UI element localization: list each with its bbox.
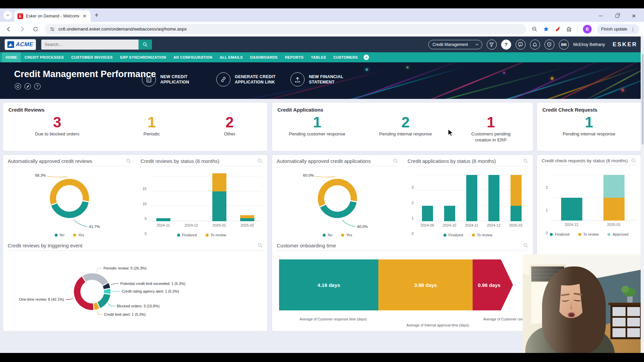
forward-button[interactable]	[18, 25, 26, 33]
new-tab-button[interactable]: +	[95, 11, 99, 19]
legend-item[interactable]: Finalized	[177, 233, 197, 237]
new-financial-statement-button[interactable]: NEW FINANCIAL STATEMENT	[290, 72, 352, 86]
bar-segment[interactable]	[488, 175, 499, 222]
tab-home[interactable]: HOME	[2, 52, 21, 62]
legend-item[interactable]: Finalized	[443, 233, 463, 237]
minimize-icon[interactable]	[599, 16, 603, 16]
legend-item[interactable]: To review	[206, 233, 226, 237]
profile-avatar[interactable]: B	[583, 25, 592, 34]
bar-segment[interactable]	[561, 198, 582, 221]
kpi-stat[interactable]: 2 Pending internal response	[379, 115, 432, 143]
kpi-stat[interactable]: 3 Due to blocked orders	[35, 115, 79, 137]
tab-ar-configuration[interactable]: AR CONFIGURATION	[170, 52, 216, 62]
bar-chart-check-requests-by-status[interactable]: 0122024-122025-01FinalizedTo reviewAppro…	[539, 166, 639, 238]
bar-stack[interactable]	[511, 175, 522, 221]
tab-erp-synchronization[interactable]: ERP SYNCHRONIZATION	[116, 52, 170, 62]
user-name[interactable]: McElroy Bethany	[573, 42, 605, 47]
bookmark-star-icon[interactable]	[543, 26, 549, 32]
bar-stack[interactable]	[156, 218, 170, 221]
bar-segment[interactable]	[511, 206, 522, 221]
funnel-segment[interactable]: 3.88 days	[378, 259, 473, 310]
tab-dashboards[interactable]: DASHBOARDS	[247, 52, 281, 62]
search-button[interactable]	[139, 40, 152, 50]
edit-pencil-icon[interactable]	[24, 83, 31, 89]
donut-chart-auto-approved-reviews[interactable]: 58.3%41.7%NoYes	[5, 166, 134, 238]
bar-stack[interactable]	[488, 175, 499, 222]
kpi-stat[interactable]: 1 Periodic	[144, 115, 160, 137]
magnifier-icon[interactable]	[631, 158, 636, 163]
notifications-button[interactable]	[530, 40, 540, 50]
legend-item[interactable]: No	[323, 233, 332, 237]
bar-segment[interactable]	[156, 218, 170, 221]
page-scrollbar[interactable]	[641, 37, 644, 353]
kpi-stat[interactable]: 2 Other	[224, 115, 235, 137]
tab-all-emails[interactable]: ALL EMAILS	[216, 52, 247, 62]
donut-slice[interactable]	[73, 276, 94, 310]
bar-segment[interactable]	[466, 175, 477, 222]
bar-stack[interactable]	[240, 215, 254, 221]
new-credit-application-button[interactable]: NEW CREDIT APPLICATION	[142, 72, 203, 86]
user-avatar[interactable]: BM	[559, 40, 569, 50]
bar-stack[interactable]	[212, 173, 226, 221]
close-icon[interactable]: ✕	[632, 13, 636, 18]
bar-segment[interactable]	[212, 173, 226, 191]
site-info-icon[interactable]	[50, 26, 55, 32]
help-button[interactable]: ?	[501, 40, 511, 50]
legend-item[interactable]: No	[55, 233, 64, 237]
extensions-puzzle-icon[interactable]	[566, 26, 572, 32]
bar-segment[interactable]	[444, 206, 455, 221]
extension-pin-icon[interactable]	[554, 26, 560, 32]
kpi-stat[interactable]: 1 Pending customer response	[289, 115, 345, 143]
magnifier-icon[interactable]	[523, 159, 528, 164]
tab-credit-processes[interactable]: CREDIT PROCESSES	[21, 52, 67, 62]
bar-stack[interactable]	[603, 175, 625, 221]
add-tab-icon[interactable]: +	[364, 55, 369, 60]
context-dropdown[interactable]: Credit Management	[428, 40, 482, 49]
legend-item[interactable]: Approved	[607, 232, 628, 236]
kpi-stat[interactable]: 1 Pending internal response	[563, 115, 615, 137]
legend-item[interactable]: Yes	[73, 233, 84, 237]
bar-segment[interactable]	[603, 198, 625, 221]
bar-segment[interactable]	[603, 175, 625, 198]
security-button[interactable]	[544, 40, 554, 50]
browser-menu-icon[interactable]: ⋮	[631, 26, 635, 32]
donut-slice[interactable]	[49, 178, 90, 205]
kpi-stat[interactable]: 1 Customers pending creation in ERP	[466, 115, 516, 143]
magnifier-icon[interactable]	[393, 159, 398, 164]
donut-chart-triggering-event[interactable]: Periodic review: 5 (26.3%)Potential cred…	[5, 251, 265, 330]
restore-icon[interactable]	[615, 14, 619, 18]
bar-segment[interactable]	[212, 191, 226, 221]
browser-tab[interactable]: E Esker on Demand - Welcome ✕	[14, 10, 91, 22]
tab-reports[interactable]: REPORTS	[281, 52, 307, 62]
tab-close-icon[interactable]: ✕	[82, 13, 87, 19]
funnel-segment[interactable]: 4.16 days	[279, 259, 378, 310]
bar-segment[interactable]	[422, 206, 433, 221]
bar-segment[interactable]	[511, 175, 522, 206]
bar-chart-reviews-by-status[interactable]: 0510152024-112024-122025-012025-02Finali…	[138, 166, 265, 238]
funnel-segment[interactable]: 0.96 days	[473, 259, 513, 310]
legend-item[interactable]: Finalized	[550, 232, 570, 236]
legend-item[interactable]: To review	[578, 232, 599, 236]
magnifier-icon[interactable]	[126, 159, 131, 164]
legend-item[interactable]: Yes	[341, 233, 352, 237]
bar-segment[interactable]	[240, 218, 254, 221]
legend-item[interactable]: To review	[472, 233, 492, 237]
back-button[interactable]	[5, 25, 13, 33]
bar-chart-applications-by-status[interactable]: 01232024-092024-102024-112024-122025-01F…	[405, 166, 531, 238]
filter-button[interactable]	[487, 40, 497, 50]
zoom-icon[interactable]	[532, 26, 538, 32]
info-button[interactable]	[516, 40, 526, 50]
bar-stack[interactable]	[466, 175, 477, 222]
bar-stack[interactable]	[444, 206, 455, 221]
funnel-chart-onboarding-time[interactable]: 4.16 days3.88 days0.96 daysAverage of Cu…	[274, 251, 531, 330]
tab-customers[interactable]: CUSTOMERS	[330, 52, 362, 62]
generate-credit-application-link-button[interactable]: GENERATE CREDIT APPLICATION LINK	[216, 72, 278, 86]
bar-stack[interactable]	[422, 206, 433, 221]
acme-logo[interactable]: ACME	[5, 39, 36, 50]
magnifier-icon[interactable]	[258, 159, 263, 164]
bar-segment[interactable]	[240, 215, 254, 218]
tab-tables[interactable]: TABLES	[307, 52, 330, 62]
tab-search-button[interactable]	[3, 11, 12, 19]
scrollbar-thumb[interactable]	[642, 54, 644, 144]
reload-button[interactable]	[32, 25, 40, 33]
